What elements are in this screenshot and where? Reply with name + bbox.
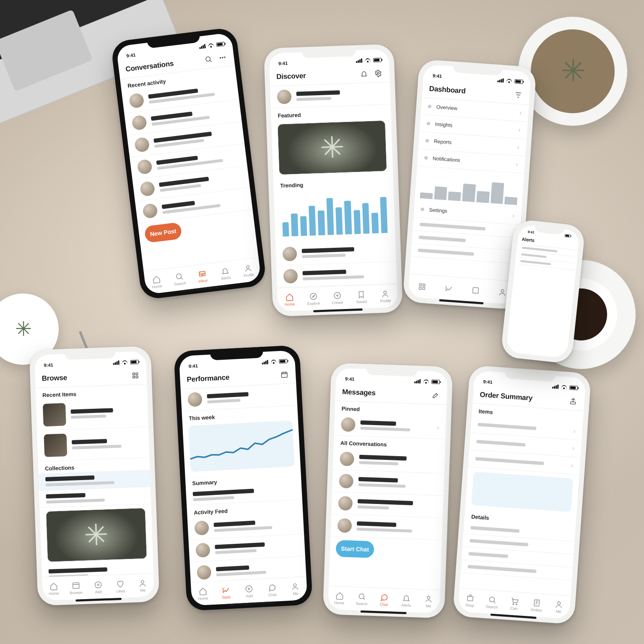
tab-profile[interactable]: Profile [373,284,398,308]
svg-point-22 [141,580,144,583]
chevron-right-icon: › [571,462,574,469]
page-title: Discover [276,72,306,81]
tab-chat[interactable]: Chat [372,588,395,612]
gear-icon[interactable] [374,69,383,78]
line-chart[interactable] [188,421,294,472]
battery-icon [565,234,571,237]
svg-rect-18 [133,376,135,378]
list-item[interactable] [39,487,151,508]
cellular-icon [113,361,119,365]
svg-rect-17 [136,373,138,375]
tab-alerts[interactable]: Alerts [213,260,238,286]
wifi-icon [561,385,567,390]
list-item[interactable] [332,470,444,496]
chevron-right-icon: › [572,444,575,452]
tab-search[interactable]: Search [480,590,504,615]
tab-saved[interactable]: Saved [349,285,374,309]
tab-home[interactable]: Home [191,582,215,606]
wifi-icon [423,379,429,384]
tab-item[interactable] [408,274,436,299]
svg-point-25 [293,584,296,587]
page-title: Browse [42,374,67,383]
tab-profile[interactable]: Profile [236,257,261,283]
list-item[interactable] [331,492,444,518]
cellular-icon [199,44,206,49]
battery-icon [569,385,578,390]
bell-icon[interactable] [359,69,369,79]
tab-shop[interactable]: Shop [458,588,482,613]
tab-me[interactable]: Me [547,595,571,619]
tab-home[interactable]: Home [42,577,65,601]
clock: 9:41 [189,363,198,369]
tab-alerts[interactable]: Alerts [395,589,418,613]
mini-bar-chart[interactable] [420,169,519,205]
tab-create[interactable]: Create [325,286,350,310]
more-icon[interactable] [218,52,228,63]
phone-messages: 9:41 Conversations Recent activity New P… [110,27,267,300]
tab-cart[interactable]: Cart [502,592,526,616]
tab-add[interactable]: Add [87,575,110,599]
tab-search[interactable]: Search [166,266,192,292]
primary-cta-button[interactable]: New Post [144,222,182,243]
clock: 9:41 [345,376,354,382]
search-icon[interactable] [203,54,214,65]
tab-browse[interactable]: Browse [65,576,88,600]
phone-discover: 9:41 Discover Featured ✳ Trending [264,44,403,317]
page-title: Performance [187,373,230,384]
svg-point-30 [513,603,514,605]
grid-icon[interactable] [130,371,140,380]
compose-icon[interactable] [431,390,441,400]
cellular-icon [414,379,421,384]
tab-add[interactable]: Add [237,579,261,603]
svg-point-1 [220,57,221,59]
highlight-card[interactable] [471,472,573,512]
clock: 9:41 [44,362,53,368]
phone-analytics: 9:41 Performance This week Summary Activ… [174,345,313,611]
tab-inbox[interactable]: Inbox [190,263,215,289]
primary-cta-button[interactable]: Start Chat [335,540,374,558]
calendar-icon[interactable] [280,370,289,379]
tab-explore[interactable]: Explore [301,287,326,311]
svg-rect-12 [419,287,421,289]
tab-me[interactable]: Me [131,574,154,597]
filter-icon[interactable] [513,90,523,100]
svg-point-5 [247,265,249,268]
svg-rect-16 [132,373,135,375]
share-icon[interactable] [568,396,578,406]
tab-me[interactable]: Me [283,576,307,601]
list-item[interactable]: › [334,413,447,439]
phone-order: 9:41 Order Summary Items › › › Details S… [452,365,591,625]
tab-chat[interactable]: Chat [260,578,284,602]
cellular-icon [356,58,362,63]
chevron-right-icon: › [517,143,520,151]
svg-rect-11 [423,284,425,286]
battery-icon [279,359,287,364]
tab-item[interactable] [462,278,490,302]
phone-alerts-peek: 9:41 Alerts [500,219,586,364]
tab-search[interactable]: Search [350,587,373,611]
tab-home[interactable]: Home [277,288,302,312]
bar-chart[interactable] [280,189,390,239]
tab-me[interactable]: Me [417,589,440,613]
tab-likes[interactable]: Likes [109,574,132,598]
tab-item[interactable] [435,276,463,301]
battery-icon [514,79,523,84]
featured-card[interactable]: ✳ [277,120,387,175]
svg-point-33 [558,601,561,604]
tab-orders[interactable]: Orders [525,593,548,618]
chevron-right-icon: › [518,126,521,134]
image-card[interactable]: ✳ [46,508,147,562]
list-item[interactable] [37,427,149,461]
tab-bar: Home Search Chat Alerts Me [328,586,440,613]
list-item[interactable] [333,447,445,473]
battery-icon [130,360,138,364]
svg-point-7 [310,293,317,300]
svg-point-15 [501,289,504,292]
tab-home[interactable]: Home [144,269,169,294]
tab-home[interactable]: Home [328,586,351,610]
list-item[interactable] [36,396,148,431]
wifi-icon [208,43,214,48]
image-thumbnail: ✳ [46,508,147,562]
tab-stats[interactable]: Stats [214,580,238,605]
list-item[interactable] [330,514,443,540]
